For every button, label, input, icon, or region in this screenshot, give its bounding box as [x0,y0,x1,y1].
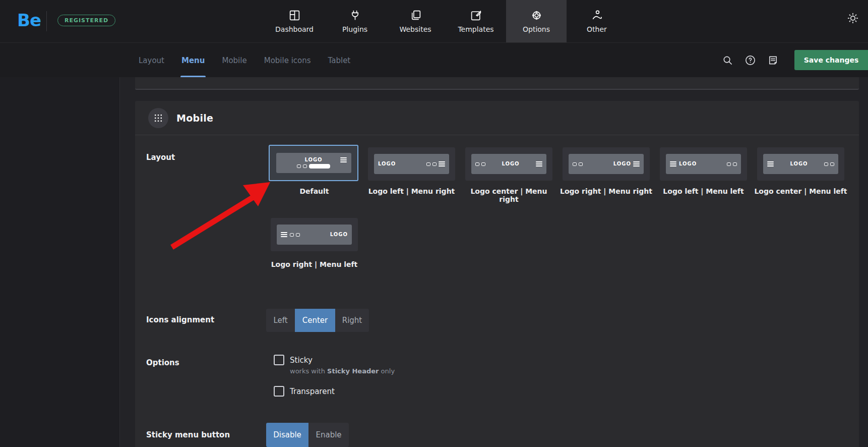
theme-toggle-button[interactable] [846,11,860,25]
sticky-checkbox-label[interactable]: Sticky [290,356,313,365]
mini-logo-text: LOGO [613,161,631,166]
mini-icon-square [733,162,737,166]
mini-icon-square [481,162,485,166]
websites-icon [409,9,422,22]
other-icon [591,9,603,22]
tab-tablet[interactable]: Tablet [328,43,351,78]
mini-logo-text: LOGO [502,161,519,166]
panel-title: Mobile [176,113,213,124]
layout-option-default[interactable]: LOGO [269,145,358,181]
mini-icon-square [303,164,307,168]
mini-icon-square [475,162,479,166]
save-changes-button[interactable]: Save changes [794,50,868,70]
hint-text: works with [290,367,327,375]
tabs: Layout Menu Mobile Mobile icons Tablet [139,43,350,78]
plugins-icon [349,9,361,22]
mini-icon-square [579,162,583,166]
disable-button[interactable]: Disable [266,423,308,447]
nav-item-templates[interactable]: Templates [446,0,506,42]
transparent-checkbox[interactable] [274,386,284,397]
sticky-checkbox[interactable] [274,355,284,365]
mini-icon-square [296,233,300,237]
nav-label: Dashboard [275,25,314,33]
options-row-label: Options [146,358,179,367]
nav-label: Plugins [342,25,367,33]
layout-thumbnail: LOGO [666,154,741,174]
layout-option-label: Logo left | Menu left [655,187,752,195]
mini-logo-text: LOGO [330,232,348,237]
mini-icon-square [290,233,294,237]
nav-item-dashboard[interactable]: Dashboard [264,0,325,42]
enable-button[interactable]: Enable [308,423,349,447]
layout-option-label: Logo right | Menu left [266,260,363,268]
hamburger-icon [340,157,347,162]
drag-handle[interactable] [148,108,168,128]
layout-option-label: Logo left | Menu right [363,187,460,195]
sticky-menu-button-label: Sticky menu button [146,430,230,439]
mini-search-pill [309,164,330,169]
sticky-menu-button-group: Disable Enable [266,423,349,447]
hamburger-icon [281,232,287,237]
tab-layout[interactable]: Layout [139,43,164,78]
tabbar-actions [722,43,779,78]
layout-option-logo-left-menu-left[interactable]: LOGO [660,147,747,181]
sticky-checkbox-hint: works with Sticky Header only [290,367,395,375]
layout-thumbnail: LOGO [471,154,546,174]
nav-label: Other [587,25,607,33]
align-center-button[interactable]: Center [295,309,335,332]
tab-menu[interactable]: Menu [181,43,205,78]
dashboard-icon [288,9,301,22]
layout-option-logo-center-menu-left[interactable]: LOGO [757,147,844,181]
mobile-section-header: Mobile [135,101,859,135]
mini-logo-text: LOGO [790,161,808,166]
layout-thumbnail: LOGO [374,154,449,174]
layout-row-label: Layout [146,153,175,162]
layout-option-logo-right-menu-right[interactable]: LOGO [563,147,650,181]
hamburger-icon [670,161,676,166]
layout-option-label: Logo center | Menu left [752,187,849,195]
brightness-icon [846,11,860,25]
nav-item-websites[interactable]: Websites [385,0,446,42]
nav-label: Websites [399,25,431,33]
left-sidebar [0,77,120,447]
align-right-button[interactable]: Right [335,309,369,332]
nav-item-plugins[interactable]: Plugins [325,0,385,42]
help-icon[interactable] [745,54,756,66]
notes-icon[interactable] [767,54,779,66]
layout-option-label: Default [266,187,363,195]
registered-badge: REGISTERED [57,15,115,26]
betheme-options-page: Be REGISTERED Dashboard Plugins [0,0,868,447]
mini-icon-square [824,162,828,166]
hint-text: only [379,367,395,375]
grid-dots-icon [154,114,162,122]
hamburger-icon [536,161,542,166]
nav-item-options[interactable]: Options [506,0,567,42]
options-icon [530,9,543,22]
nav-label: Templates [458,25,493,33]
mini-logo-text: LOGO [304,157,322,162]
previous-section-edge [135,77,859,90]
mini-logo-text: LOGO [378,161,396,166]
layout-thumbnail: LOGO [569,154,644,174]
hamburger-icon [633,161,640,166]
layout-thumbnail: LOGO [277,225,352,245]
options-tabbar: Layout Menu Mobile Mobile icons Tablet S… [0,42,868,77]
mini-icon-square [727,162,731,166]
search-icon[interactable] [722,54,733,66]
main-nav: Dashboard Plugins Websites Templates [264,0,627,42]
mini-icon-square [426,162,430,166]
mini-logo-text: LOGO [679,161,697,166]
hamburger-icon [439,161,445,166]
tab-mobile[interactable]: Mobile [222,43,246,78]
layout-option-logo-right-menu-left[interactable]: LOGO [271,218,358,251]
layout-option-logo-left-menu-right[interactable]: LOGO [368,147,455,181]
align-left-button[interactable]: Left [266,309,295,332]
layout-option-logo-center-menu-right[interactable]: LOGO [465,147,552,181]
icons-alignment-group: Left Center Right [266,309,369,332]
transparent-checkbox-label[interactable]: Transparent [290,387,335,396]
nav-item-other[interactable]: Other [567,0,627,42]
tab-mobile-icons[interactable]: Mobile icons [264,43,311,78]
mini-icon-square [830,162,834,166]
nav-label: Options [523,25,550,33]
be-logo[interactable]: Be [17,10,41,30]
